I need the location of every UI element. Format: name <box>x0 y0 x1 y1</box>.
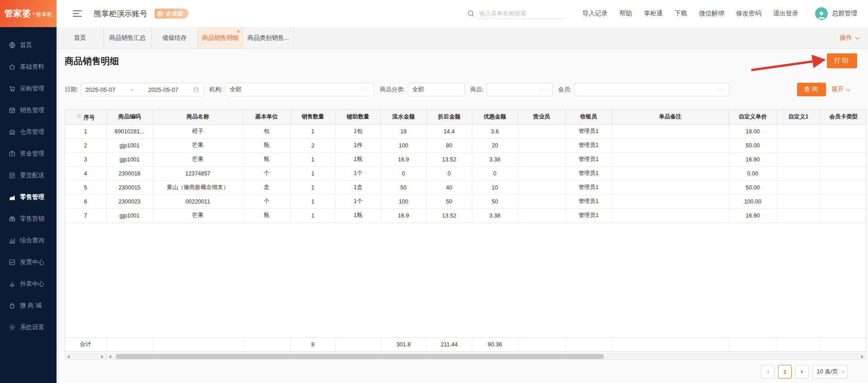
column-header-自定义单价[interactable]: 自定义单价 <box>729 110 777 124</box>
sidebar-item-要货配送[interactable]: 要货配送 <box>0 165 57 186</box>
nav-item-帮助[interactable]: 帮助 <box>619 9 632 18</box>
sidebar-item-资金管理[interactable]: 资金管理 <box>0 143 57 165</box>
column-header-基本单位[interactable]: 基本单位 <box>243 110 290 124</box>
column-header-序号[interactable]: 序号 <box>65 110 106 124</box>
scroll-left-icon[interactable] <box>65 354 72 359</box>
column-header-辅助数量[interactable]: 辅助数量 <box>335 110 381 124</box>
expand-filters-link[interactable]: 展开 <box>831 85 849 94</box>
date-range-input[interactable]: 2025-05-07 ~ 2025-05-07 <box>81 83 204 96</box>
current-page[interactable]: 1 <box>778 365 792 378</box>
column-header-折后金额[interactable]: 折后金额 <box>426 110 472 124</box>
table-cell: 1盒 <box>335 180 381 194</box>
scroll-right-icon[interactable] <box>859 354 866 359</box>
plan-badge: 企业版 <box>155 9 189 19</box>
totals-row: 合计8301.8211.4490.36 <box>65 337 866 351</box>
nav-item-下载[interactable]: 下载 <box>675 9 687 18</box>
main-scrollbar[interactable] <box>106 353 866 360</box>
table-cell <box>777 194 820 208</box>
table-totals-row: 合计8301.8211.4490.36 <box>65 337 866 352</box>
chevron-down-icon <box>841 369 844 373</box>
app-logo: 管家婆® 熊掌柜 <box>0 0 57 27</box>
sidebar-item-仓库管理[interactable]: 仓库管理 <box>0 121 57 143</box>
table-cell: 管理员1 <box>566 180 612 194</box>
table-cell: 0 <box>472 166 518 180</box>
member-select[interactable]: ··· <box>574 83 730 96</box>
column-header-商品编码[interactable]: 商品编码 <box>106 110 153 124</box>
table-cell: 16.9 <box>381 152 426 166</box>
next-page-button[interactable] <box>795 365 809 378</box>
user-name[interactable]: 总部管理 <box>832 9 857 18</box>
table-cell <box>612 208 729 222</box>
tab-actions-dropdown[interactable]: 操作 <box>840 34 858 42</box>
table-row: 3gjp1001芒果瓶11瓶16.913.523.38管理员116.90 <box>65 152 866 166</box>
tab-首页[interactable]: 首页 <box>57 27 104 48</box>
logo-secondary: 熊掌柜 <box>36 11 52 19</box>
column-header-自定义1[interactable]: 自定义1 <box>777 110 820 124</box>
search-input[interactable] <box>478 8 564 19</box>
date-from-value[interactable]: 2025-05-07 <box>85 86 116 93</box>
sidebar-item-销售管理[interactable]: 销售管理 <box>0 99 57 121</box>
nav-item-掌柜通[interactable]: 掌柜通 <box>644 9 663 18</box>
product-more-icon[interactable]: ··· <box>540 86 548 93</box>
sidebar-item-label: 资金管理 <box>20 150 44 158</box>
date-separator: ~ <box>130 86 134 93</box>
table-cell: 1瓶 <box>335 152 381 166</box>
tab-商品类别销售[interactable]: 商品类别销售... <box>243 27 294 48</box>
nav-item-导入记录[interactable]: 导入记录 <box>582 9 608 18</box>
scroll-right-icon[interactable] <box>99 354 106 359</box>
column-header-收银员[interactable]: 收银员 <box>566 110 612 124</box>
table-cell <box>518 138 566 152</box>
sidebar-item-首页[interactable]: 首页 <box>0 34 57 56</box>
wallet-icon <box>9 150 16 157</box>
sidebar-item-label: 采购管理 <box>20 85 44 93</box>
column-header-销售数量[interactable]: 销售数量 <box>290 110 335 124</box>
scroll-left-icon[interactable] <box>107 354 113 359</box>
column-header-label: 优惠金额 <box>484 113 506 120</box>
column-header-label: 折后金额 <box>438 113 461 120</box>
column-header-优惠金额[interactable]: 优惠金额 <box>472 110 518 124</box>
page-size-select[interactable]: 10 条/页 <box>812 365 848 378</box>
nav-item-微信解绑[interactable]: 微信解绑 <box>699 9 724 18</box>
list-icon <box>9 172 16 179</box>
nav-item-退出登录[interactable]: 退出登录 <box>773 9 798 18</box>
table-cell <box>612 166 729 180</box>
sidebar-item-外卖中心[interactable]: 外卖中心 <box>0 273 57 295</box>
sidebar-item-微商城[interactable]: 微 商 城 <box>0 295 57 317</box>
category-select[interactable]: 全部 <box>408 83 465 96</box>
print-button[interactable]: 打印 <box>827 53 857 68</box>
prev-page-button[interactable] <box>761 365 774 378</box>
column-settings-gear-icon[interactable] <box>76 113 82 118</box>
column-header-流水金额[interactable]: 流水金额 <box>381 110 426 124</box>
scrollbar-thumb[interactable] <box>116 354 604 359</box>
column-header-营业员[interactable]: 营业员 <box>518 110 566 124</box>
date-to-value[interactable]: 2025-05-07 <box>148 86 179 93</box>
sidebar-item-基础资料[interactable]: 基础资料 <box>0 56 57 78</box>
horizontal-scrollbar <box>65 353 866 360</box>
nav-item-修改密码[interactable]: 修改密码 <box>736 9 761 18</box>
org-select[interactable]: 全部 ··· <box>225 83 374 96</box>
query-button[interactable]: 查询 <box>797 83 826 96</box>
area-chart-icon <box>9 194 16 201</box>
tab-储值结存[interactable]: 储值结存 <box>151 27 198 48</box>
totals-cell <box>566 337 612 351</box>
avatar[interactable] <box>815 7 828 20</box>
table-cell: 包 <box>243 124 290 138</box>
member-more-icon[interactable]: ··· <box>717 86 725 93</box>
sidebar-item-零售管理[interactable]: 零售管理 <box>0 186 57 208</box>
column-header-商品名称[interactable]: 商品名称 <box>153 110 243 124</box>
collapse-sidebar-icon[interactable] <box>73 10 82 17</box>
sidebar-item-零售营销[interactable]: 零售营销 <box>0 208 57 230</box>
sidebar-item-综合查询[interactable]: 综合查询 <box>0 230 57 251</box>
table-cell: 1 <box>290 208 335 222</box>
tab-商品销售明细[interactable]: 商品销售明细× <box>198 27 243 48</box>
product-select[interactable]: ··· <box>486 83 553 96</box>
column-header-单品备注[interactable]: 单品备注 <box>612 110 729 124</box>
pinned-column-scrollbar[interactable] <box>65 353 106 360</box>
column-header-会员卡类型[interactable]: 会员卡类型 <box>820 110 866 124</box>
org-more-icon[interactable]: ··· <box>361 86 370 93</box>
close-icon[interactable]: × <box>236 28 240 34</box>
sidebar-item-发票中心[interactable]: 发票中心 <box>0 251 57 273</box>
sidebar-item-系统设置[interactable]: 系统设置 <box>0 317 57 338</box>
tab-商品销售汇总[interactable]: 商品销售汇总 <box>104 27 151 48</box>
sidebar-item-采购管理[interactable]: 采购管理 <box>0 78 57 99</box>
